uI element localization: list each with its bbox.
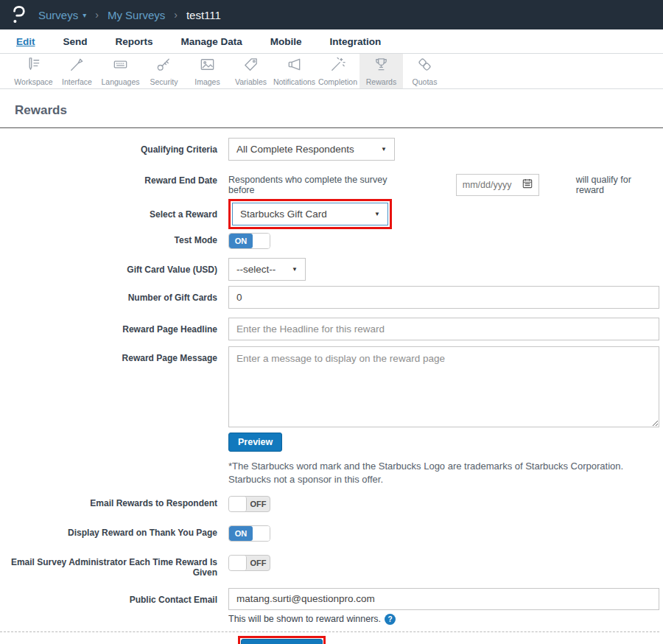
toolbar-item-completion[interactable]: Completion [316,54,359,88]
end-date-prefix-text: Respondents who complete the survey befo… [228,175,410,195]
help-icon[interactable]: ? [385,614,396,625]
tab-manage-data[interactable]: Manage Data [181,36,242,47]
qualifying-criteria-select[interactable]: All Complete Respondents ▼ [228,138,395,161]
toolbar-item-images[interactable]: Images [186,54,229,88]
email-admin-toggle[interactable]: OFF [228,555,270,571]
toolbar-item-rewards[interactable]: Rewards [359,54,403,88]
preview-button[interactable]: Preview [228,433,282,452]
toolbar-item-security[interactable]: Security [142,54,186,88]
toggle-off-state: OFF [247,497,270,511]
page-title: Rewards [15,103,648,118]
qualifying-criteria-label: Qualifying Criteria [0,138,228,155]
chain-links-icon [415,56,434,76]
toggle-handle [253,526,270,541]
headline-input[interactable] [228,318,659,340]
megaphone-icon [285,56,304,76]
surveys-dropdown-caret-icon[interactable]: ▾ [83,11,86,19]
select-reward-label: Select a Reward [0,199,228,220]
gift-card-value-select[interactable]: --select-- ▼ [228,258,306,281]
toolbar-item-notifications[interactable]: Notifications [273,54,316,88]
keyboard-icon [111,56,130,76]
gift-card-value-value: --select-- [236,264,276,275]
starbucks-disclaimer-text: *The Starbucks word mark and the Starbuc… [228,460,659,486]
end-date-suffix-text: will qualify for reward [576,175,659,195]
toolbar-item-label: Images [194,77,220,86]
gift-card-value-label: Gift Card Value (USD) [0,258,228,275]
tab-integration[interactable]: Integration [330,36,382,47]
tab-reports[interactable]: Reports [116,36,153,47]
breadcrumb-surveys[interactable]: Surveys [38,9,78,21]
magic-wand-icon [329,56,347,76]
contact-email-label: Public Contact Email [0,588,228,605]
display-reward-label: Display Reward on Thank You Page [0,525,228,538]
toolbar-item-quotas[interactable]: Quotas [403,54,446,88]
bottom-dashed-divider [0,631,659,632]
toolbar-item-variables[interactable]: Variables [229,54,273,88]
select-arrow-icon: ▼ [381,146,387,153]
reward-end-date-input[interactable] [463,180,517,190]
tab-mobile[interactable]: Mobile [270,36,302,47]
reward-end-date-field[interactable] [456,174,539,196]
save-annotation-box: Save Changes [238,636,326,644]
toolbar-item-interface[interactable]: Interface [55,54,99,88]
select-reward-value: Starbucks Gift Card [240,209,327,220]
num-gift-cards-input[interactable] [228,286,659,309]
tag-icon [242,56,260,76]
test-mode-toggle[interactable]: ON [228,233,270,249]
display-reward-toggle[interactable]: ON [228,525,270,542]
top-header-bar: Surveys ▾ › My Surveys › test111 [0,0,663,29]
edit-section-toolbar: Workspace Interface Languages Security I… [0,54,663,89]
toolbar-item-languages[interactable]: Languages [99,54,142,88]
reward-end-date-label: Reward End Date [0,169,228,186]
toolbar-item-label: Quotas [413,77,438,86]
key-icon [155,56,173,76]
tab-send[interactable]: Send [63,36,88,47]
toolbar-item-label: Languages [102,77,140,86]
trophy-icon [372,56,390,76]
toolbar-item-label: Interface [62,77,92,86]
toolbar-item-label: Completion [318,77,357,86]
toolbar-item-workspace[interactable]: Workspace [12,54,55,88]
headline-label: Reward Page Headline [0,318,228,335]
breadcrumb-separator-icon: › [174,9,178,21]
toggle-off-state: OFF [247,556,270,570]
toolbar-item-label: Rewards [366,77,396,86]
toggle-handle [229,556,247,570]
toolbar-item-label: Workspace [14,77,52,86]
email-rewards-toggle[interactable]: OFF [228,496,270,512]
rewards-form: Qualifying Criteria All Complete Respond… [0,128,663,644]
toggle-handle [229,497,247,511]
main-tab-nav: Edit Send Reports Manage Data Mobile Int… [0,29,663,54]
pen-list-icon [24,56,43,76]
email-admin-label: Email Survey Administrator Each Time Rew… [0,555,228,578]
breadcrumb-separator-icon: › [95,9,99,21]
message-textarea[interactable] [228,346,659,427]
email-rewards-label: Email Rewards to Respondent [0,496,228,508]
toggle-handle [253,234,270,248]
tab-edit[interactable]: Edit [16,36,35,47]
num-gift-cards-label: Number of Gift Cards [0,286,228,303]
message-label: Reward Page Message [0,346,228,363]
test-mode-label: Test Mode [0,233,228,245]
select-arrow-icon: ▼ [292,266,298,273]
save-changes-button[interactable]: Save Changes [241,639,323,644]
breadcrumb-my-surveys[interactable]: My Surveys [108,9,165,21]
toolbar-item-label: Security [150,77,178,86]
select-reward-select[interactable]: Starbucks Gift Card ▼ [232,203,388,225]
contact-email-input[interactable] [228,588,659,610]
toggle-on-state: ON [229,234,253,248]
calendar-icon[interactable] [522,178,533,192]
select-reward-annotation-box: Starbucks Gift Card ▼ [228,199,392,229]
brush-icon [68,56,86,76]
questionpro-logo-icon[interactable] [10,5,27,24]
qualifying-criteria-value: All Complete Respondents [236,144,354,155]
contact-email-helper-text: This will be shown to reward winners. [228,614,381,624]
page-header: Rewards [0,89,663,127]
toolbar-item-label: Variables [235,77,267,86]
image-icon [198,56,217,76]
breadcrumb-current-survey: test111 [186,9,221,21]
select-arrow-icon: ▼ [374,211,380,217]
toggle-on-state: ON [229,526,253,541]
toolbar-item-label: Notifications [273,77,315,86]
